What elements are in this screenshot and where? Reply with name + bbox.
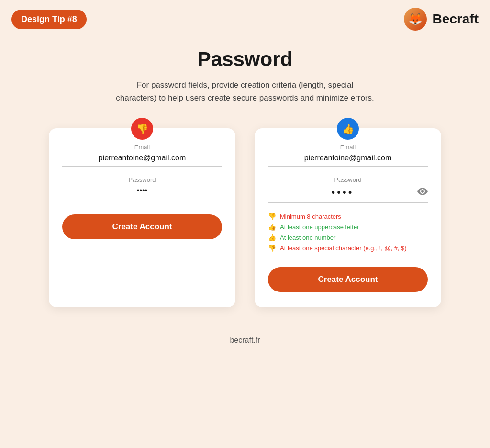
criteria-item: 👍 At least one uppercase letter [268, 223, 428, 231]
bad-email-field-group: Email pierreantoine@gmail.com [62, 144, 222, 167]
criteria-item: 👍 At least one number [268, 234, 428, 241]
criteria-text: At least one number [280, 234, 335, 241]
design-tip-badge: Design Tip #8 [11, 10, 87, 29]
good-card: 👍 Email pierreantoine@gmail.com Password… [255, 128, 441, 307]
criteria-thumb-icon: 👎 [268, 244, 276, 252]
criteria-text: Minimum 8 characters [280, 213, 341, 220]
criteria-text: At least one uppercase letter [280, 224, 359, 231]
criteria-item: 👎 At least one special character (e.g., … [268, 244, 428, 252]
bad-badge: 👎 [131, 118, 153, 140]
good-badge: 👍 [337, 118, 359, 140]
page-description: For password fields, provide creation cr… [116, 78, 374, 104]
brand-emoji: 🦊 [408, 12, 423, 26]
badge-text: Design Tip [21, 14, 67, 24]
footer-url: becraft.fr [230, 336, 260, 344]
thumbsdown-icon: 👎 [136, 123, 148, 134]
eye-icon[interactable] [417, 188, 428, 198]
brand: 🦊 Becraft [404, 8, 479, 31]
bad-email-label: Email [62, 144, 222, 151]
criteria-thumb-icon: 👍 [268, 234, 276, 241]
bad-password-field-group: Password •••• [62, 176, 222, 199]
footer: becraft.fr [0, 307, 490, 359]
header: Design Tip #8 🦊 Becraft [0, 0, 490, 38]
criteria-thumb-icon: 👍 [268, 223, 276, 231]
good-password-wrapper: •••• [268, 186, 428, 203]
main-content: Password For password fields, provide cr… [0, 38, 490, 307]
good-email-value: pierreantoine@gmail.com [268, 154, 428, 167]
badge-number: #8 [67, 14, 77, 24]
good-create-account-button[interactable]: Create Account [268, 267, 428, 292]
bad-create-account-button[interactable]: Create Account [62, 214, 222, 239]
good-email-label: Email [268, 144, 428, 151]
brand-name: Becraft [433, 11, 479, 27]
bad-card: 👎 Email pierreantoine@gmail.com Password… [49, 128, 235, 307]
criteria-item: 👎 Minimum 8 characters [268, 213, 428, 220]
criteria-text: At least one special character (e.g., !,… [280, 245, 407, 252]
good-password-label: Password [268, 176, 428, 183]
good-password-field-group: Password •••• [268, 176, 428, 203]
good-password-dots: •••• [268, 186, 417, 199]
criteria-list: 👎 Minimum 8 characters 👍 At least one up… [268, 213, 428, 252]
bad-password-label: Password [62, 176, 222, 183]
bad-email-value: pierreantoine@gmail.com [62, 154, 222, 167]
good-email-field-group: Email pierreantoine@gmail.com [268, 144, 428, 167]
thumbsup-icon: 👍 [342, 123, 354, 134]
cards-container: 👎 Email pierreantoine@gmail.com Password… [10, 128, 480, 307]
brand-avatar: 🦊 [404, 8, 427, 31]
criteria-thumb-icon: 👎 [268, 213, 276, 220]
page-title: Password [10, 48, 480, 71]
bad-password-dots: •••• [62, 186, 222, 199]
